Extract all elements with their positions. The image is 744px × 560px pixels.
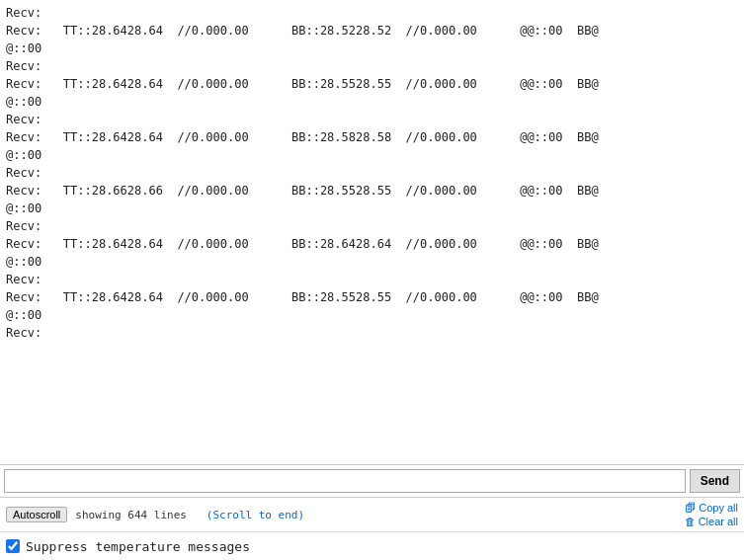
- log-line: Recv: TT::28.6428.64 //0.000.00 BB::28.6…: [6, 235, 738, 253]
- log-line: Recv: TT::28.6428.64 //0.000.00 BB::28.5…: [6, 22, 738, 40]
- send-button[interactable]: Send: [690, 469, 740, 493]
- log-line: Recv:: [6, 111, 738, 128]
- copy-icon: 🗐: [685, 502, 696, 514]
- autoscroll-button[interactable]: Autoscroll: [6, 507, 67, 522]
- copy-all-button[interactable]: 🗐 Copy all: [685, 502, 738, 514]
- log-line: Recv: TT::28.6428.64 //0.000.00 BB::28.5…: [6, 75, 738, 93]
- log-line: @::00: [6, 93, 738, 111]
- right-actions: 🗐 Copy all 🗑 Clear all: [685, 502, 738, 527]
- log-line: @::00: [6, 146, 738, 164]
- suppress-checkbox[interactable]: [6, 539, 20, 553]
- clear-all-button[interactable]: 🗑 Clear all: [685, 516, 738, 527]
- log-line: Recv:: [6, 324, 738, 342]
- command-input[interactable]: [4, 469, 686, 493]
- copy-all-label: Copy all: [699, 502, 738, 514]
- log-output: Recv:Recv: TT::28.6428.64 //0.000.00 BB:…: [0, 0, 744, 465]
- log-line: @::00: [6, 40, 738, 57]
- suppress-label[interactable]: Suppress temperature messages: [26, 539, 250, 554]
- log-line: Recv: TT::28.6428.64 //0.000.00 BB::28.5…: [6, 288, 738, 306]
- log-line: Recv: TT::28.6428.64 //0.000.00 BB::28.5…: [6, 128, 738, 146]
- log-line: Recv:: [6, 164, 738, 182]
- log-line: @::00: [6, 253, 738, 271]
- trash-icon: 🗑: [685, 516, 696, 527]
- log-line: @::00: [6, 200, 738, 217]
- log-line: @::00: [6, 306, 738, 324]
- clear-all-label: Clear all: [699, 516, 738, 527]
- command-input-bar: Send: [0, 465, 744, 498]
- status-bar: Autoscroll showing 644 lines (Scroll to …: [0, 498, 744, 532]
- status-text: showing 644 lines (Scroll to end): [75, 509, 676, 521]
- log-line: Recv:: [6, 271, 738, 288]
- suppress-bar: Suppress temperature messages: [0, 532, 744, 560]
- log-line: Recv: TT::28.6628.66 //0.000.00 BB::28.5…: [6, 182, 738, 200]
- log-line: Recv:: [6, 57, 738, 75]
- log-line: Recv:: [6, 4, 738, 22]
- line-count-label: showing 644 lines: [75, 509, 187, 521]
- log-line: Recv:: [6, 217, 738, 235]
- scroll-to-end-link[interactable]: (Scroll to end): [207, 509, 304, 521]
